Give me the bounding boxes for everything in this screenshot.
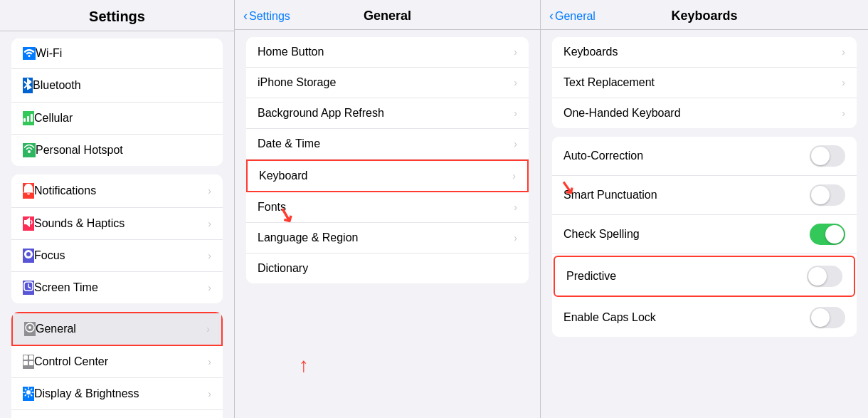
keyboards-item-onehanded[interactable]: One-Handed Keyboard › xyxy=(552,98,857,128)
svg-rect-11 xyxy=(23,361,28,365)
homebutton-label: Home Button xyxy=(258,46,514,58)
keyboards-title: Keyboards xyxy=(671,9,737,23)
general-panel: ‹ Settings General ↘ ↑ Home Button › iPh… xyxy=(235,0,541,418)
display-label: Display & Brightness xyxy=(34,387,208,400)
general-header: ‹ Settings General xyxy=(235,0,540,30)
smartpunctuation-label: Smart Punctuation xyxy=(563,189,810,202)
sidebar-item-controlcenter[interactable]: Control Center › xyxy=(11,346,223,378)
focus-chevron: › xyxy=(208,250,211,261)
cellular-icon xyxy=(23,111,34,125)
hotspot-label: Personal Hotspot xyxy=(36,144,211,157)
cellular-label: Cellular xyxy=(34,112,211,125)
svg-point-5 xyxy=(28,150,31,153)
back-chevron-icon: ‹ xyxy=(243,9,248,23)
general-back-button[interactable]: ‹ Settings xyxy=(243,9,290,23)
sidebar-item-homescreen[interactable]: Home Screen › xyxy=(11,410,223,418)
sidebar-item-bluetooth[interactable]: Bluetooth xyxy=(11,69,223,103)
wifi-icon xyxy=(23,47,36,60)
general-item-dictionary[interactable]: Dictionary xyxy=(246,254,529,283)
textreplacement-chevron: › xyxy=(842,77,845,88)
keyboards-item-keyboards[interactable]: Keyboards › xyxy=(552,37,857,68)
onehanded-label: One-Handed Keyboard xyxy=(563,107,842,120)
capsloc-knob xyxy=(811,308,830,327)
svg-rect-2 xyxy=(23,118,26,122)
keyboards-keyboards-label: Keyboards xyxy=(563,46,842,58)
sounds-icon xyxy=(23,216,34,231)
homebutton-chevron: › xyxy=(514,46,517,58)
general-item-homebutton[interactable]: Home Button › xyxy=(246,37,529,68)
screentime-icon xyxy=(23,281,34,295)
sidebar-item-notifications[interactable]: Notifications › xyxy=(11,174,223,208)
sidebar-item-cellular[interactable]: Cellular xyxy=(11,103,223,135)
sidebar-item-screentime[interactable]: Screen Time › xyxy=(11,272,223,303)
general-item-storage[interactable]: iPhone Storage › xyxy=(246,68,529,98)
settings-panel: Settings Wi-Fi xyxy=(0,0,235,418)
bgrefresh-label: Background App Refresh xyxy=(258,107,514,120)
general-item-keyboard[interactable]: Keyboard › xyxy=(246,160,529,192)
datetime-label: Date & Time xyxy=(258,137,514,150)
checkspelling-label: Check Spelling xyxy=(563,228,810,241)
capsloc-label: Enable Caps Lock xyxy=(563,311,810,324)
sounds-chevron: › xyxy=(208,218,211,229)
keyboards-back-label: General xyxy=(555,10,596,23)
sidebar-item-general[interactable]: General › xyxy=(11,312,223,346)
keyboards-back-button[interactable]: ‹ General xyxy=(549,9,596,23)
smartpunctuation-knob xyxy=(811,186,830,204)
onehanded-chevron: › xyxy=(842,108,845,119)
general-title: General xyxy=(364,9,411,23)
general-item-bgrefresh[interactable]: Background App Refresh › xyxy=(246,98,529,129)
bgrefresh-chevron: › xyxy=(514,108,517,119)
arrow-up-annotation: ↑ xyxy=(299,354,309,377)
general-item-datetime[interactable]: Date & Time › xyxy=(246,129,529,160)
settings-title: Settings xyxy=(11,9,223,25)
sidebar-item-wifi[interactable]: Wi-Fi xyxy=(11,38,223,69)
language-label: Language & Region xyxy=(258,231,514,244)
keyboards-header: ‹ General Keyboards xyxy=(541,0,868,30)
notifications-chevron: › xyxy=(208,185,211,197)
keyboards-content: Keyboards › Text Replacement › One-Hande… xyxy=(541,30,868,418)
settings-group-1: Wi-Fi Bluetooth xyxy=(11,38,223,166)
hotspot-icon xyxy=(23,143,36,157)
fonts-chevron: › xyxy=(514,202,517,213)
back-label: Settings xyxy=(249,10,290,23)
datetime-chevron: › xyxy=(514,138,517,150)
back-chevron-icon-2: ‹ xyxy=(549,9,554,23)
autocorrection-label: Auto-Correction xyxy=(563,150,810,162)
general-chevron: › xyxy=(206,323,210,335)
keyboard-chevron: › xyxy=(512,170,516,182)
keyboards-toggle-section: ↘ Auto-Correction Smart Punctuation Chec… xyxy=(552,137,857,337)
autocorrection-toggle[interactable] xyxy=(810,145,845,167)
keyboards-panel: ‹ General Keyboards Keyboards › Text Rep… xyxy=(541,0,868,418)
toggle-row-autocorrection: Auto-Correction xyxy=(552,137,857,176)
sidebar-item-display[interactable]: Display & Brightness › xyxy=(11,378,223,410)
controlcenter-chevron: › xyxy=(208,356,211,367)
toggle-row-checkspelling: Check Spelling xyxy=(552,215,857,254)
settings-group-2: Notifications › Sounds & Haptics › xyxy=(11,174,223,303)
focus-label: Focus xyxy=(34,249,208,262)
keyboards-item-textreplacement[interactable]: Text Replacement › xyxy=(552,68,857,98)
wifi-label: Wi-Fi xyxy=(36,47,211,60)
toggle-row-predictive: Predictive xyxy=(554,256,855,297)
controlcenter-icon xyxy=(23,355,34,369)
sidebar-item-sounds[interactable]: Sounds & Haptics › xyxy=(11,208,223,240)
toggle-row-capsloc: Enable Caps Lock xyxy=(552,298,857,337)
sidebar-item-hotspot[interactable]: Personal Hotspot xyxy=(11,135,223,166)
dictionary-label: Dictionary xyxy=(258,262,517,275)
sounds-label: Sounds & Haptics xyxy=(34,217,208,230)
sidebar-item-focus[interactable]: Focus › xyxy=(11,240,223,272)
checkspelling-toggle[interactable] xyxy=(810,224,845,245)
storage-label: iPhone Storage xyxy=(258,76,514,89)
language-chevron: › xyxy=(514,232,517,244)
svg-rect-9 xyxy=(23,355,28,360)
focus-icon xyxy=(23,249,34,263)
keyboard-label: Keyboard xyxy=(259,169,512,182)
general-menu-group: Home Button › iPhone Storage › Backgroun… xyxy=(246,37,529,283)
svg-rect-10 xyxy=(29,355,33,360)
keyboards-toggle-group: Auto-Correction Smart Punctuation Check … xyxy=(552,137,857,337)
predictive-toggle[interactable] xyxy=(807,266,842,287)
svg-rect-4 xyxy=(31,114,33,122)
capsloc-toggle[interactable] xyxy=(810,307,845,328)
smartpunctuation-toggle[interactable] xyxy=(810,184,845,206)
toggle-row-smartpunctuation: Smart Punctuation xyxy=(552,176,857,215)
checkspelling-knob xyxy=(825,225,844,244)
